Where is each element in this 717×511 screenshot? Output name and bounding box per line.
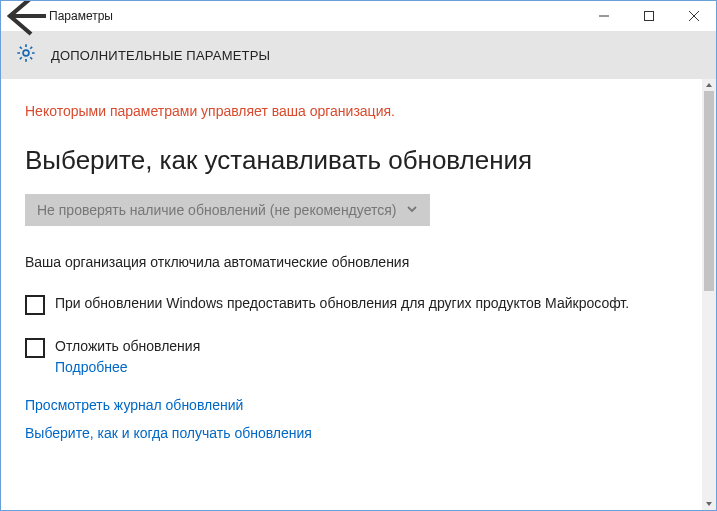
section-title: Выберите, как устанавливать обновления bbox=[25, 145, 702, 176]
scrollbar-arrow-down-icon[interactable] bbox=[702, 498, 716, 510]
checkbox-other-products-label: При обновлении Windows предоставить обно… bbox=[55, 294, 629, 314]
svg-point-4 bbox=[23, 50, 29, 56]
checkbox-other-products[interactable] bbox=[25, 295, 45, 315]
back-button[interactable] bbox=[1, 1, 49, 31]
svg-marker-6 bbox=[706, 502, 712, 506]
org-disabled-note: Ваша организация отключила автоматически… bbox=[25, 254, 702, 270]
svg-marker-5 bbox=[706, 83, 712, 87]
svg-rect-1 bbox=[644, 12, 653, 21]
vertical-scrollbar[interactable] bbox=[702, 79, 716, 510]
update-mode-dropdown[interactable]: Не проверять наличие обновлений (не реко… bbox=[25, 194, 430, 226]
maximize-icon bbox=[644, 11, 654, 21]
gear-icon bbox=[15, 42, 37, 68]
checkbox-defer-updates[interactable] bbox=[25, 338, 45, 358]
scrollbar-thumb[interactable] bbox=[704, 91, 714, 291]
close-icon bbox=[689, 11, 699, 21]
checkbox-row-other-products: При обновлении Windows предоставить обно… bbox=[25, 294, 702, 315]
window-title: Параметры bbox=[49, 9, 113, 23]
page-heading: ДОПОЛНИТЕЛЬНЫЕ ПАРАМЕТРЫ bbox=[51, 48, 270, 63]
page-header: ДОПОЛНИТЕЛЬНЫЕ ПАРАМЕТРЫ bbox=[1, 31, 716, 79]
checkbox-row-defer: Отложить обновления Подробнее bbox=[25, 337, 702, 375]
dropdown-selected-label: Не проверять наличие обновлений (не реко… bbox=[37, 202, 396, 218]
maximize-button[interactable] bbox=[626, 1, 671, 31]
content-area: Некоторыми параметрами управляет ваша ор… bbox=[1, 79, 702, 510]
view-history-link[interactable]: Просмотреть журнал обновлений bbox=[25, 397, 702, 413]
arrow-left-icon bbox=[1, 0, 49, 40]
minimize-button[interactable] bbox=[581, 1, 626, 31]
chevron-down-icon bbox=[406, 202, 418, 218]
titlebar: Параметры bbox=[1, 1, 716, 31]
org-warning: Некоторыми параметрами управляет ваша ор… bbox=[25, 103, 702, 119]
close-button[interactable] bbox=[671, 1, 716, 31]
checkbox-defer-label: Отложить обновления bbox=[55, 337, 200, 357]
scrollbar-arrow-up-icon[interactable] bbox=[702, 79, 716, 91]
defer-more-link[interactable]: Подробнее bbox=[55, 359, 200, 375]
delivery-options-link[interactable]: Выберите, как и когда получать обновлени… bbox=[25, 425, 702, 441]
minimize-icon bbox=[599, 11, 609, 21]
